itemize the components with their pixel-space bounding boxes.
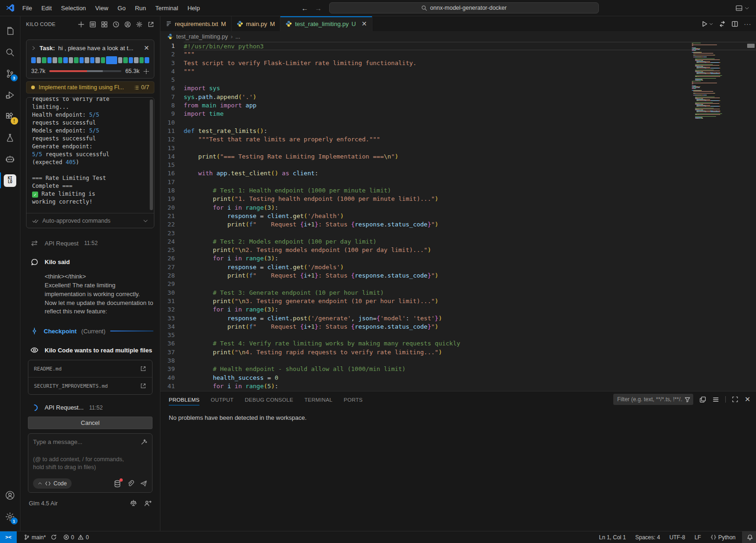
open-changes-icon[interactable] xyxy=(719,20,726,27)
more-actions-icon[interactable]: ··· xyxy=(744,20,751,27)
enhance-prompt-icon[interactable] xyxy=(140,438,147,445)
menu-file[interactable]: File xyxy=(19,3,36,13)
checkpoint-row[interactable]: Checkpoint (Current) xyxy=(20,327,160,335)
code-line: 30 # Test 3: Generate endpoint (10 per h… xyxy=(160,289,756,297)
panel-tab-debug-console[interactable]: DEBUG CONSOLE xyxy=(245,391,293,408)
gear-icon[interactable] xyxy=(136,21,143,28)
view-as-list-icon[interactable] xyxy=(712,396,719,403)
output-line: limiting... xyxy=(32,103,147,111)
menu-edit[interactable]: Edit xyxy=(38,3,55,13)
open-external-icon[interactable] xyxy=(147,21,154,28)
activity-testing[interactable] xyxy=(0,127,20,148)
branch-item[interactable]: main* xyxy=(20,531,60,543)
minimap[interactable] xyxy=(692,43,744,119)
panel-tab-problems[interactable]: PROBLEMS xyxy=(169,391,199,408)
problems-item[interactable]: 0 0 xyxy=(60,531,92,543)
menu-help[interactable]: Help xyxy=(184,3,204,13)
editor-tab-main.py[interactable]: main.py M xyxy=(232,16,280,31)
editor-tab-requirements.txt[interactable]: requirements.txt M xyxy=(160,16,232,31)
output-scrollbar[interactable] xyxy=(150,99,153,210)
model-name[interactable]: Glm 4.5 Air xyxy=(29,500,58,507)
notifications-segment[interactable] xyxy=(742,531,756,543)
scale-icon[interactable] xyxy=(130,499,137,507)
activity-kilo-code[interactable]: KI LO xyxy=(0,170,20,191)
maximize-panel-icon[interactable] xyxy=(732,396,738,403)
history-icon[interactable] xyxy=(113,21,119,28)
status-utf-8[interactable]: UTF-8 xyxy=(665,531,690,543)
profile-switch-icon[interactable] xyxy=(144,499,152,507)
new-task-icon[interactable] xyxy=(78,21,85,28)
group-by-icon[interactable] xyxy=(699,396,706,403)
code-line: 28 print(f" Request {i+1}: Status {respo… xyxy=(160,272,756,280)
menu-selection[interactable]: Selection xyxy=(57,3,89,13)
code-line: 2 """ xyxy=(160,50,756,59)
remote-indicator[interactable]: >< xyxy=(0,531,17,543)
context-block xyxy=(106,56,117,64)
expand-context-icon[interactable] xyxy=(143,68,149,74)
scrollbar-decoration xyxy=(747,44,755,48)
open-external-icon[interactable] xyxy=(140,365,146,372)
account-icon[interactable] xyxy=(124,21,131,28)
mode-selector[interactable]: Code xyxy=(33,478,72,489)
context-usage-button[interactable] xyxy=(113,480,121,488)
branch-name: main* xyxy=(32,534,46,541)
problems-filter-input[interactable]: Filter (e.g. text, **/*.ts, !**/... xyxy=(613,394,693,405)
tokens-used: 32.7k xyxy=(31,68,46,74)
activity-ai-assistant[interactable] xyxy=(0,148,20,170)
attach-icon[interactable] xyxy=(127,480,134,487)
title-bar: FileEditSelectionViewGoRunTerminalHelp ←… xyxy=(0,0,756,16)
split-editor-icon[interactable] xyxy=(731,20,738,27)
panel-tab-terminal[interactable]: TERMINAL xyxy=(305,391,333,408)
todo-status-icon xyxy=(31,86,35,89)
account-icon xyxy=(5,490,15,501)
layout-toggle-icon[interactable] xyxy=(736,5,743,12)
file-row[interactable]: SECURITY_IMPROVEMENTS.md xyxy=(28,377,152,394)
menu-run[interactable]: Run xyxy=(131,3,150,13)
activity-explorer[interactable] xyxy=(0,20,20,41)
todo-banner[interactable]: Implement rate limiting using Fl... 0/7 xyxy=(26,81,154,93)
open-external-icon[interactable] xyxy=(140,383,146,389)
forward-icon[interactable]: → xyxy=(315,4,322,12)
grid-icon[interactable] xyxy=(101,21,108,28)
run-python-button[interactable] xyxy=(701,20,713,27)
status-ln-1-col-1[interactable]: Ln 1, Col 1 xyxy=(594,531,630,543)
breadcrumb[interactable]: test_rate_limiting.py › ... xyxy=(160,31,756,42)
chevron-expand-icon[interactable] xyxy=(31,46,36,51)
close-tab-icon[interactable]: ✕ xyxy=(361,20,367,27)
chevron-down-icon[interactable] xyxy=(744,6,749,11)
activity-run-debug[interactable] xyxy=(0,84,20,106)
menu-go[interactable]: Go xyxy=(114,3,129,13)
status-python[interactable]: Python xyxy=(706,531,740,543)
close-task-icon[interactable]: ✕ xyxy=(144,44,149,52)
panel-tab-output[interactable]: OUTPUT xyxy=(211,391,233,408)
menu-view[interactable]: View xyxy=(92,3,112,13)
cancel-button[interactable]: Cancel xyxy=(28,417,153,429)
send-icon[interactable] xyxy=(140,480,147,487)
file-row[interactable]: README.md xyxy=(28,360,152,377)
warning-count: 0 xyxy=(86,534,89,541)
code-editor[interactable]: 1 #!/usr/bin/env python3 2 """ 3 Test sc… xyxy=(160,42,756,391)
panel-tab-ports[interactable]: PORTS xyxy=(344,391,363,408)
status-lf[interactable]: LF xyxy=(690,531,706,543)
activity-search[interactable] xyxy=(0,41,20,63)
editor-tab-test_rate_limiting.py[interactable]: test_rate_limiting.py U ✕ xyxy=(280,16,372,31)
line-number: 22 xyxy=(160,220,184,229)
activity-settings[interactable]: 1 xyxy=(0,506,20,527)
context-block xyxy=(80,57,84,63)
back-icon[interactable]: ← xyxy=(301,4,308,12)
auto-approved-row[interactable]: Auto-approved commands xyxy=(27,213,154,228)
chat-input-box[interactable]: Type a message... (@ to add context, / f… xyxy=(28,433,153,493)
list-icon[interactable] xyxy=(89,21,96,28)
line-number: 38 xyxy=(160,357,184,365)
command-output[interactable]: requests to verify ratelimiting... Healt… xyxy=(27,98,154,213)
activity-extensions[interactable]: ! xyxy=(0,106,20,127)
activity-bar: 3 ! KI LO 1 xyxy=(0,16,20,531)
activity-accounts[interactable] xyxy=(0,484,20,506)
menu-terminal[interactable]: Terminal xyxy=(152,3,182,13)
command-center-search[interactable]: onnx-model-generator-docker xyxy=(329,2,599,13)
activity-source-control[interactable]: 3 xyxy=(0,63,20,84)
line-number: 3 xyxy=(160,59,184,67)
close-panel-icon[interactable]: ✕ xyxy=(744,395,750,404)
context-block xyxy=(37,57,41,63)
status-spaces-4[interactable]: Spaces: 4 xyxy=(630,531,664,543)
